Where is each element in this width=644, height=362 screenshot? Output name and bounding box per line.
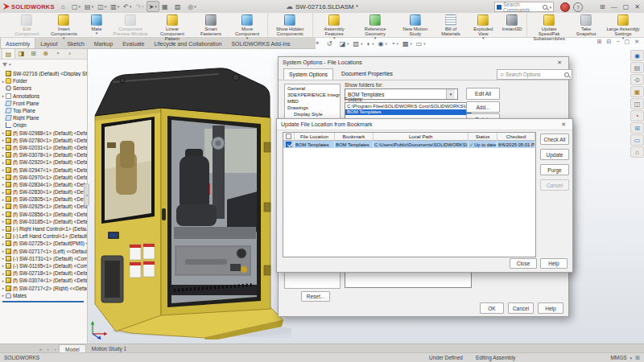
dropdown-caret-icon[interactable]: ▾ [372,42,374,46]
minimize-icon[interactable]: — [611,3,617,10]
tree-item[interactable]: ▸ (f) SW-02780<1> (Default) <Default_ [1,137,87,144]
dropdown-caret-icon[interactable]: ▾ [482,36,485,40]
tree-item[interactable]: ▸ Right Plane [1,114,87,121]
options-icon[interactable]: ◎ ▾ [186,2,198,11]
tree-item[interactable]: ▸ (-) SW-01195<1> (Default) <Compo [1,262,87,269]
file-explorer-icon[interactable]: ▣ [630,86,644,97]
update-action-button[interactable]: Purge [540,164,569,175]
resources-icon[interactable]: ▤ [630,62,644,73]
close-icon[interactable]: ✕ [559,121,568,128]
command-tab[interactable]: Markup [89,37,118,48]
file-properties-icon[interactable]: ▧ ▾ [173,2,185,11]
door-handle[interactable] [162,208,166,220]
dimxpertmanager-tab-icon[interactable]: ⊕ [39,48,52,59]
tree-item[interactable]: ▸ (f) SW-02031<1> (Default) <Default_ [1,144,87,151]
workspace-icon[interactable]: ⊞ [600,3,605,10]
panel-collapse-handle[interactable]: ◂ [84,183,89,206]
cab-roof[interactable] [95,68,270,117]
custom-properties-icon[interactable]: ⊞ [630,122,644,134]
assembly-features-icon[interactable]: Assembly Features ▾ [314,13,354,37]
hide-show-items-icon[interactable]: ◉ ▾ [378,40,387,47]
apply-scene-icon[interactable]: ▩ ▾ [402,40,412,47]
section-view-icon[interactable]: ◪ ▾ [340,40,349,47]
featuremanager-tab-icon[interactable]: ▤ [2,48,15,59]
cab-model[interactable] [84,66,291,339]
tree-item[interactable]: ▸ (f) SW-02805<1> (Default) <Default_ [1,195,87,203]
ribbon-collapse-icon[interactable]: ˄ [634,29,638,34]
tree-item[interactable]: ▸ (f) SW-02718<1> (Default) <Default_ [1,269,87,277]
maximize-doc-icon[interactable]: ▢ [625,39,630,45]
close-icon[interactable]: ✕ [634,3,640,10]
chevron-down-icon[interactable]: ▼ [446,89,455,99]
tree-item[interactable]: ▸ (f) SW-02725<1> (Default[PMI]) <De [1,240,87,247]
home-icon[interactable]: ⌂ [630,146,644,158]
configurationmanager-tab-icon[interactable]: ⊞ [27,48,39,59]
tab-system-options[interactable]: System Options [283,68,333,80]
zoom-fit-icon[interactable]: ⌖ ▾ [316,39,323,47]
close-icon[interactable]: ✕ [555,60,564,66]
dropdown-caret-icon[interactable]: ▾ [347,42,349,46]
tree-item[interactable]: ▸ (f) SW-02947<1> (Default) <Default_ [1,166,87,173]
tree-item[interactable]: ▸ Top Plane [1,107,87,114]
search-icon[interactable] [564,72,569,77]
tree-item[interactable]: ▸ (f) SW-02920<1> (Default) <Default_ [1,158,87,166]
options-tree-item[interactable]: Display Style [285,110,340,117]
motion-study-icon[interactable]: New Motion Study ▾ [396,13,435,37]
dropdown-caret-icon[interactable]: ▾ [194,4,196,9]
dropdown-caret-icon[interactable]: ▾ [171,42,174,46]
options-tree-item[interactable]: 3DEXPERIENCE Integration [285,91,340,97]
dropdown-caret-icon[interactable]: ▾ [155,4,157,9]
tree-item[interactable]: ▸ Origin [1,121,87,129]
instant3d-icon[interactable]: Instant3D ▾ [499,13,527,37]
help-icon[interactable]: ? [573,2,583,12]
show-hidden-icon[interactable]: Show Hidden Components ▾ [269,13,313,37]
tab-document-properties[interactable]: Document Properties [336,68,398,79]
dropdown-caret-icon[interactable]: ▾ [63,36,65,40]
tree-item[interactable]: ▸ Sensors [1,84,87,92]
tree-item[interactable]: ▸ Folder [1,77,87,84]
undo-icon[interactable]: ↶ ▾ [122,2,133,11]
tree-item[interactable]: ▸ (f) SW-02717<2> (Right) <<Default> [1,284,87,291]
folder-list-item[interactable]: BOM Templates [345,109,471,116]
options-tree-item[interactable]: MBD [285,97,340,104]
save-icon[interactable]: ◫ ▾ [96,2,108,11]
door-window[interactable] [167,114,261,307]
command-tab[interactable]: Sketch [62,37,89,48]
linear-pattern-icon[interactable]: Linear Component Pattern ▾ [151,13,193,37]
new-document-icon[interactable]: ▢ ▾ [70,2,82,11]
column-header[interactable]: Checked [497,133,535,141]
dropdown-caret-icon[interactable]: ▾ [333,36,336,40]
home-icon[interactable]: ⌂ ▾ [60,2,69,11]
table-row[interactable]: BOM Templates BOM Templates C:\Users\Pub… [283,141,535,148]
update-action-button[interactable]: Check All [540,134,569,145]
new-window-icon[interactable]: ⊞ [597,39,602,45]
view-palette-icon[interactable]: ◫ [630,98,644,109]
tree-item[interactable]: ▸ (f) SW-02988<1> (Default) <Default_ [1,130,87,137]
update-action-button[interactable]: Update [540,149,569,160]
insert-components-icon[interactable]: Insert Components ▾ [44,13,84,37]
tree-item[interactable]: ▸ (-) Left Hand Control<1> (Default) < [1,232,87,240]
tree-item[interactable]: ▸ (f) SW-02970<1> (Default) <Default_ [1,174,87,181]
tree-item[interactable]: ▸ Annotations [1,93,87,100]
minimize-doc-icon[interactable]: ⊟ [607,39,612,45]
dropdown-caret-icon[interactable]: ▾ [622,36,625,40]
reset-button[interactable]: Reset... [301,291,330,302]
dropdown-caret-icon[interactable]: ▾ [410,42,411,46]
take-snapshot-icon[interactable]: Take Snapshot ▾ [570,13,602,37]
restore-icon[interactable]: ▢ [623,3,630,10]
dropdown-caret-icon[interactable]: ▾ [397,42,398,46]
tree-item[interactable]: ▸ (f) SW-02717<1> (Left) <<Default>_ [1,248,87,255]
print-icon[interactable]: ▥ ▾ [109,2,121,11]
displaymanager-tab-icon[interactable]: ◔ [52,48,64,59]
dropdown-caret-icon[interactable]: ▾ [142,4,144,9]
restore-doc-icon[interactable]: − [616,39,619,45]
update-speedpak-icon[interactable]: Update SpeedPak Subassemblies ▾ [528,13,570,37]
units-caret-icon[interactable]: ▾ [630,356,633,360]
bom-icon[interactable]: Bill of Materials ▾ [435,13,468,37]
column-header[interactable]: Local Path [374,133,469,141]
dropdown-caret-icon[interactable]: ▾ [386,42,387,46]
exploded-view-icon[interactable]: Exploded View ▾ [467,13,499,37]
dropdown-caret-icon[interactable]: ▾ [374,36,377,40]
dropdown-caret-icon[interactable]: ▾ [246,36,249,40]
tree-item[interactable]: ▸ (f) SW-02834<1> (Default) <Default_ [1,181,87,188]
